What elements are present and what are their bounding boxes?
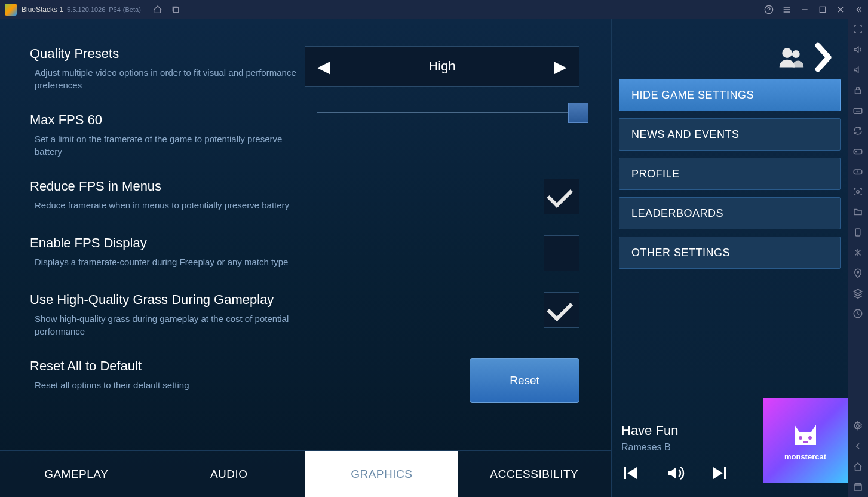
svg-rect-2 — [820, 7, 825, 12]
menu-news-events[interactable]: NEWS AND EVENTS — [619, 118, 841, 151]
setting-title: Use High-Quality Grass During Gameplay — [30, 292, 305, 308]
android-back-icon[interactable] — [852, 441, 863, 452]
gear-icon[interactable] — [852, 421, 863, 431]
svg-rect-0 — [173, 8, 178, 13]
monstercat-icon — [789, 420, 822, 450]
menu-hide-game-settings[interactable]: HIDE GAME SETTINGS — [619, 79, 841, 111]
forward-arrow-icon[interactable] — [812, 42, 836, 73]
volume-icon[interactable] — [665, 464, 685, 483]
setting-reduce-fps: Reduce FPS in Menus Reduce framerate whe… — [30, 179, 581, 214]
title-bar: BlueStacks 1 5.5.120.1026 P64 (Beta) — [0, 0, 868, 19]
history-icon[interactable] — [852, 308, 863, 319]
setting-desc: Adjust multiple video options in order t… — [30, 66, 305, 91]
setting-title: Reset All to Default — [30, 358, 305, 374]
fps-display-checkbox[interactable] — [544, 235, 579, 271]
tab-gameplay[interactable]: GAMEPLAY — [0, 451, 153, 497]
bluestacks-logo-icon — [5, 4, 17, 16]
rotate-icon[interactable] — [852, 125, 863, 136]
volume-down-icon[interactable] — [852, 65, 863, 75]
lock-icon[interactable] — [852, 85, 863, 96]
svg-point-7 — [799, 436, 802, 440]
help-icon[interactable] — [764, 5, 774, 14]
fps-slider[interactable] — [317, 112, 579, 113]
svg-rect-6 — [724, 467, 726, 479]
album-label: monstercat — [784, 452, 826, 461]
preset-prev-icon[interactable]: ◀ — [317, 57, 330, 76]
setting-quality-presets: Quality Presets Adjust multiple video op… — [30, 46, 581, 91]
svg-point-16 — [857, 271, 859, 273]
apk-icon[interactable] — [852, 227, 863, 238]
close-icon[interactable] — [836, 5, 845, 14]
svg-rect-9 — [803, 441, 808, 443]
keyboard-icon[interactable] — [852, 105, 863, 116]
menu-leaderboards[interactable]: LEADERBOARDS — [619, 197, 841, 229]
menu-other-settings[interactable]: OTHER SETTINGS — [619, 237, 841, 269]
setting-hq-grass: Use High-Quality Grass During Gameplay S… — [30, 292, 581, 338]
setting-desc: Reduce framerate when in menus to potent… — [30, 199, 305, 211]
setting-title: Enable FPS Display — [30, 235, 305, 251]
svg-rect-10 — [855, 90, 861, 94]
location-icon[interactable] — [852, 268, 863, 278]
right-panel: HIDE GAME SETTINGS NEWS AND EVENTS PROFI… — [612, 19, 848, 497]
setting-desc: Reset all options to their default setti… — [30, 379, 305, 391]
svg-point-14 — [857, 191, 860, 194]
setting-title: Max FPS 60 — [30, 112, 305, 128]
folder-icon[interactable] — [852, 207, 863, 217]
settings-tabs: GAMEPLAY AUDIO GRAPHICS ACCESSIBILITY — [0, 450, 611, 497]
reduce-fps-checkbox[interactable] — [544, 179, 579, 214]
tab-audio[interactable]: AUDIO — [153, 451, 306, 497]
menu-profile[interactable]: PROFILE — [619, 158, 841, 190]
hamburger-icon[interactable] — [782, 5, 792, 14]
minimize-icon[interactable] — [800, 5, 809, 14]
fps-slider-handle[interactable] — [568, 103, 588, 123]
preset-value: High — [428, 59, 455, 74]
collapse-icon[interactable] — [854, 5, 863, 14]
svg-point-18 — [857, 425, 860, 428]
svg-point-8 — [808, 436, 812, 440]
duplicate-icon[interactable] — [171, 5, 180, 14]
previous-track-icon[interactable] — [621, 464, 640, 483]
setting-reset: Reset All to Default Reset all options t… — [30, 358, 581, 403]
app-beta: (Beta) — [123, 6, 141, 13]
users-icon[interactable] — [777, 45, 805, 69]
shake-icon[interactable] — [852, 247, 863, 258]
album-art[interactable]: monstercat — [763, 398, 848, 483]
preset-next-icon[interactable]: ▶ — [554, 57, 567, 76]
setting-desc: Set a limit on the framerate of the game… — [30, 133, 305, 158]
svg-point-4 — [792, 50, 800, 58]
layers-icon[interactable] — [852, 288, 863, 299]
svg-rect-11 — [854, 108, 862, 113]
app-arch: P64 — [109, 6, 121, 13]
maximize-icon[interactable] — [818, 5, 827, 14]
sync-icon[interactable] — [852, 166, 863, 177]
app-version: 5.5.120.1026 — [67, 6, 105, 13]
bluestacks-sidebar — [848, 19, 868, 497]
next-track-icon[interactable] — [710, 464, 729, 483]
home-icon[interactable] — [153, 5, 162, 14]
gamepad-icon[interactable] — [852, 146, 863, 157]
setting-title: Quality Presets — [30, 46, 305, 62]
svg-rect-5 — [624, 467, 626, 479]
tab-accessibility[interactable]: ACCESSIBILITY — [458, 451, 611, 497]
setting-max-fps: Max FPS 60 Set a limit on the framerate … — [30, 112, 581, 158]
app-name: BlueStacks 1 — [22, 5, 63, 14]
android-recent-icon[interactable] — [852, 481, 863, 492]
game-settings-panel: Quality Presets Adjust multiple video op… — [0, 19, 612, 497]
setting-desc: Show high-quality grass during gameplay … — [30, 312, 305, 338]
screenshot-icon[interactable] — [852, 186, 863, 197]
svg-rect-12 — [854, 149, 862, 154]
tab-graphics[interactable]: GRAPHICS — [305, 451, 458, 497]
svg-point-3 — [782, 48, 792, 58]
setting-desc: Displays a framerate-counter during Free… — [30, 256, 305, 268]
svg-rect-19 — [854, 485, 861, 490]
android-home-icon[interactable] — [852, 461, 863, 472]
hq-grass-checkbox[interactable] — [544, 292, 579, 328]
fullscreen-icon[interactable] — [852, 24, 863, 35]
setting-fps-display: Enable FPS Display Displays a framerate-… — [30, 235, 581, 271]
quality-preset-selector[interactable]: ◀ High ▶ — [305, 46, 579, 87]
reset-button[interactable]: Reset — [470, 358, 579, 403]
volume-up-icon[interactable] — [852, 44, 863, 55]
setting-title: Reduce FPS in Menus — [30, 179, 305, 194]
